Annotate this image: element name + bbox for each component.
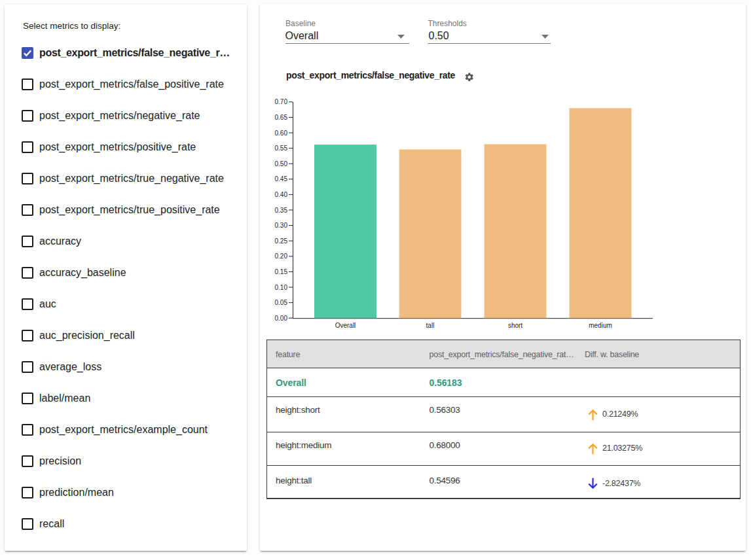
svg-text:0.10: 0.10 <box>275 284 288 291</box>
svg-text:0.65: 0.65 <box>275 114 288 121</box>
svg-text:0.45: 0.45 <box>275 175 288 183</box>
svg-text:0.15: 0.15 <box>275 268 288 275</box>
svg-text:Overall: Overall <box>335 322 356 329</box>
svg-text:0.30: 0.30 <box>275 222 288 229</box>
svg-text:0.00: 0.00 <box>275 315 288 322</box>
svg-text:0.05: 0.05 <box>275 299 288 306</box>
svg-text:0.50: 0.50 <box>275 160 288 167</box>
svg-text:0.40: 0.40 <box>275 191 288 198</box>
svg-text:short: short <box>508 322 522 329</box>
svg-text:tall: tall <box>426 322 435 329</box>
svg-text:0.60: 0.60 <box>275 130 288 137</box>
svg-text:medium: medium <box>589 322 612 329</box>
svg-text:0.35: 0.35 <box>275 207 288 214</box>
svg-text:0.70: 0.70 <box>275 98 288 105</box>
svg-text:0.55: 0.55 <box>275 145 288 152</box>
svg-text:0.20: 0.20 <box>275 253 288 260</box>
svg-text:0.25: 0.25 <box>275 237 288 245</box>
